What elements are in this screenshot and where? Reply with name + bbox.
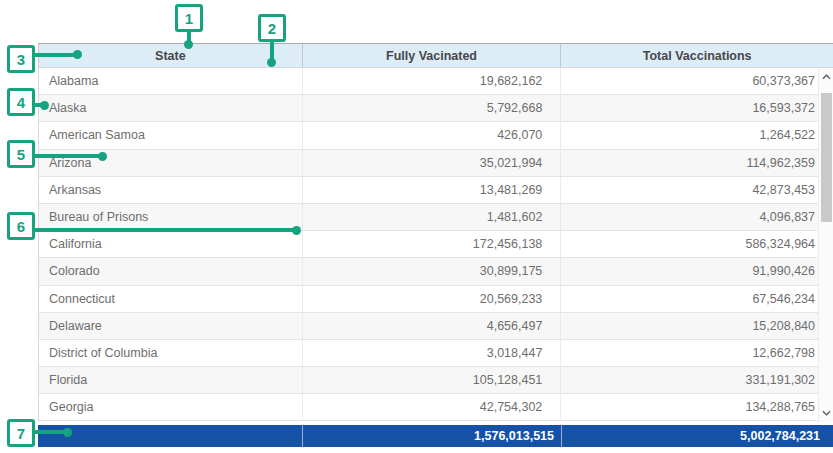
annotation-dot-1 — [184, 40, 193, 49]
totals-row: 1,576,013,515 5,002,784,231 — [38, 425, 833, 447]
cell-fully-vacinated: 3,018,447 — [303, 340, 562, 366]
cell-state: Alaska — [39, 95, 303, 121]
cell-state: American Samoa — [39, 122, 303, 148]
annotation-line-3 — [33, 53, 78, 57]
annotation-callout-2: 2 — [258, 14, 286, 42]
annotation-callout-3: 3 — [7, 45, 35, 73]
cell-fully-vacinated: 19,682,162 — [303, 68, 562, 94]
cell-total-vaccinations: 114,962,359 — [561, 150, 833, 176]
cell-state: Connecticut — [39, 286, 303, 312]
table-row[interactable]: Colorado 30,899,175 91,990,426 — [39, 258, 833, 285]
table-row[interactable]: Florida 105,128,451 331,191,302 — [39, 367, 833, 394]
cell-state: Arkansas — [39, 177, 303, 203]
cell-state: Colorado — [39, 258, 303, 284]
annotation-line-6 — [33, 228, 297, 232]
cell-total-vaccinations: 60,373,367 — [561, 68, 833, 94]
vertical-scrollbar[interactable] — [818, 68, 833, 422]
table-row[interactable]: Arizona 35,021,994 114,962,359 — [39, 150, 833, 177]
cell-fully-vacinated: 1,481,602 — [303, 204, 562, 230]
cell-state: Alabama — [39, 68, 303, 94]
annotation-dot-2 — [267, 58, 276, 67]
table-row[interactable]: California 172,456,138 586,324,964 — [39, 231, 833, 258]
cell-state: Georgia — [39, 394, 303, 420]
scrollbar-thumb[interactable] — [821, 93, 832, 222]
table-row[interactable]: Georgia 42,754,302 134,288,765 — [39, 394, 833, 421]
cell-total-vaccinations: 42,873,453 — [561, 177, 833, 203]
annotation-callout-1: 1 — [175, 4, 203, 32]
annotation-dot-6 — [292, 226, 301, 235]
annotation-dot-3 — [73, 50, 82, 59]
totals-cell-state — [38, 425, 302, 447]
table-row[interactable]: District of Columbia 3,018,447 12,662,79… — [39, 340, 833, 367]
cell-fully-vacinated: 42,754,302 — [303, 394, 562, 420]
table-row[interactable]: Alaska 5,792,668 16,593,372 — [39, 95, 833, 122]
vaccinations-table: State Fully Vacinated Total Vaccinations… — [38, 43, 833, 447]
cell-fully-vacinated: 30,899,175 — [303, 258, 562, 284]
table-body: Alabama 19,682,162 60,373,367 Alaska 5,7… — [38, 68, 833, 422]
cell-fully-vacinated: 426,070 — [303, 122, 562, 148]
annotation-dot-4 — [40, 101, 49, 110]
annotation-callout-5: 5 — [7, 140, 35, 168]
annotation-dot-5 — [98, 152, 107, 161]
cell-fully-vacinated: 4,656,497 — [303, 313, 562, 339]
table-row[interactable]: American Samoa 426,070 1,264,522 — [39, 122, 833, 149]
column-header-total-vaccinations: Total Vaccinations — [561, 44, 833, 67]
table-row[interactable]: Arkansas 13,481,269 42,873,453 — [39, 177, 833, 204]
cell-total-vaccinations: 331,191,302 — [561, 367, 833, 393]
cell-fully-vacinated: 105,128,451 — [303, 367, 562, 393]
column-header-fully-vacinated: Fully Vacinated — [303, 44, 562, 67]
cell-total-vaccinations: 12,662,798 — [561, 340, 833, 366]
annotation-dot-7 — [63, 428, 72, 437]
totals-cell-fully-vacinated: 1,576,013,515 — [302, 425, 561, 447]
annotation-callout-4: 4 — [7, 88, 35, 116]
cell-total-vaccinations: 586,324,964 — [561, 231, 833, 257]
table-row[interactable]: Delaware 4,656,497 15,208,840 — [39, 313, 833, 340]
cell-fully-vacinated: 13,481,269 — [303, 177, 562, 203]
cell-state: Delaware — [39, 313, 303, 339]
annotation-callout-7: 7 — [7, 419, 35, 447]
cell-fully-vacinated: 5,792,668 — [303, 95, 562, 121]
cell-total-vaccinations: 4,096,837 — [561, 204, 833, 230]
chevron-up-icon[interactable] — [819, 70, 833, 84]
cell-state: Bureau of Prisons — [39, 204, 303, 230]
annotation-line-2 — [270, 40, 274, 60]
cell-state: Florida — [39, 367, 303, 393]
cell-state: California — [39, 231, 303, 257]
cell-state: District of Columbia — [39, 340, 303, 366]
cell-total-vaccinations: 16,593,372 — [561, 95, 833, 121]
table-row[interactable]: Connecticut 20,569,233 67,546,234 — [39, 286, 833, 313]
cell-total-vaccinations: 91,990,426 — [561, 258, 833, 284]
totals-cell-total-vaccinations: 5,002,784,231 — [561, 425, 833, 447]
cell-total-vaccinations: 67,546,234 — [561, 286, 833, 312]
cell-fully-vacinated: 35,021,994 — [303, 150, 562, 176]
cell-fully-vacinated: 20,569,233 — [303, 286, 562, 312]
table-row[interactable]: Alabama 19,682,162 60,373,367 — [39, 68, 833, 95]
cell-total-vaccinations: 134,288,765 — [561, 394, 833, 420]
cell-fully-vacinated: 172,456,138 — [303, 231, 562, 257]
cell-total-vaccinations: 1,264,522 — [561, 122, 833, 148]
chevron-down-icon[interactable] — [819, 406, 833, 420]
cell-total-vaccinations: 15,208,840 — [561, 313, 833, 339]
annotation-line-5 — [33, 154, 103, 158]
annotation-callout-6: 6 — [7, 212, 35, 240]
table-header: State Fully Vacinated Total Vaccinations — [38, 43, 833, 68]
